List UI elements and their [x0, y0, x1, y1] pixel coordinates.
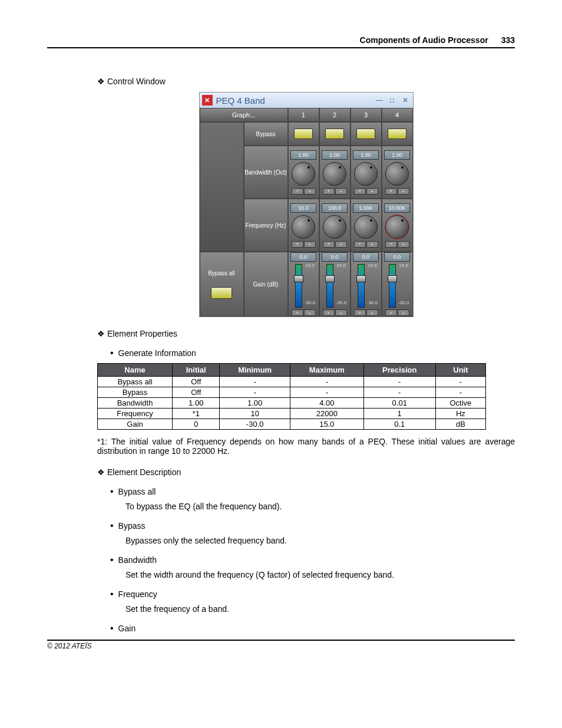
table-header: Unit [435, 364, 485, 377]
row-label-frequency: Frequency (Hz) [244, 199, 288, 252]
table-header: Maximum [290, 364, 364, 377]
table-cell: - [290, 377, 364, 387]
table-header: Initial [173, 364, 220, 377]
frequency-4[interactable]: 10.00K ▾▴ [382, 199, 413, 252]
table-cell: 0.01 [363, 398, 435, 409]
row-label-bypass: Bypass [244, 122, 288, 146]
bandwidth-3[interactable]: 1.00 ▾▴ [351, 146, 382, 199]
header-title: Components of Audio Processor [360, 35, 488, 45]
bypass-4[interactable] [382, 122, 413, 146]
table-row: Bypass allOff---- [98, 377, 486, 387]
graph-button[interactable]: Graph... [200, 108, 288, 122]
table-cell: - [220, 387, 290, 398]
table-cell: *1 [173, 409, 220, 419]
table-cell: - [220, 377, 290, 387]
table-cell: 15.0 [290, 419, 364, 430]
generate-information: Generate Information [110, 348, 515, 358]
desc-title: Gain [110, 623, 515, 634]
gain-3[interactable]: 0.0 15.0-30.0 ▾▴ [351, 252, 382, 317]
control-window: ✕ PEQ 4 Band — □ ✕ Graph... 1 2 3 4 Bypa… [199, 92, 414, 317]
table-row: Gain0-30.015.00.1dB [98, 419, 486, 430]
row-label-bandwidth: Bandwidth (Oct) [244, 146, 288, 199]
table-row: Bandwidth1.001.004.000.01Octive [98, 398, 486, 409]
minimize-icon[interactable]: — [374, 96, 385, 104]
table-cell: - [435, 377, 485, 387]
table-cell: 22000 [290, 409, 364, 419]
section-element-properties: Element Properties [97, 329, 515, 338]
desc-text: Bypasses only the selected frequency ban… [125, 536, 515, 545]
knob-icon[interactable] [354, 215, 378, 239]
table-row: BypassOff---- [98, 387, 486, 398]
bandwidth-4[interactable]: 1.00 ▾▴ [382, 146, 413, 199]
footnote-1: *1: The initial value of Frequency depen… [97, 437, 515, 456]
col-1: 1 [288, 108, 319, 122]
knob-icon[interactable] [323, 162, 346, 186]
bypass-all-cell[interactable]: Bypass all [200, 252, 244, 317]
table-cell: Gain [98, 419, 173, 430]
frequency-2[interactable]: 100.0 ▾▴ [319, 199, 351, 252]
table-cell: Bandwidth [98, 398, 173, 409]
table-cell: Off [173, 387, 220, 398]
col-3: 3 [351, 108, 382, 122]
desc-text: Set the width around the frequency (Q fa… [125, 570, 515, 579]
table-cell: 0.1 [363, 419, 435, 430]
table-cell: 10 [220, 409, 290, 419]
bypass-all-label: Bypass all [208, 270, 235, 276]
table-cell: dB [435, 419, 485, 430]
titlebar[interactable]: ✕ PEQ 4 Band — □ ✕ [200, 93, 413, 108]
table-header: Minimum [220, 364, 290, 377]
table-cell: - [363, 387, 435, 398]
table-cell: - [435, 387, 485, 398]
window-title: PEQ 4 Band [216, 95, 372, 106]
knob-icon[interactable] [385, 215, 409, 239]
table-cell: 1.00 [220, 398, 290, 409]
footer-copyright: © 2012 ATEÏS [47, 640, 515, 650]
bandwidth-1[interactable]: 1.00 ▾▴ [288, 146, 319, 199]
desc-title: Bypass all [110, 486, 515, 497]
bandwidth-2[interactable]: 1.00 ▾▴ [319, 146, 351, 199]
frequency-3[interactable]: 1.00K ▾▴ [351, 199, 382, 252]
bypass-1[interactable] [288, 122, 319, 146]
bypass-3[interactable] [351, 122, 382, 146]
desc-title: Bandwidth [110, 555, 515, 565]
table-cell: Off [173, 377, 220, 387]
maximize-icon[interactable]: □ [387, 96, 398, 104]
slider-icon[interactable] [358, 264, 365, 308]
table-cell: Octive [435, 398, 485, 409]
section-control-window: Control Window [97, 77, 515, 86]
section-element-description: Element Description [97, 467, 515, 477]
table-cell: 1.00 [173, 398, 220, 409]
app-icon: ✕ [202, 95, 213, 106]
desc-text: Set the frequency of a band. [125, 604, 515, 614]
col-4: 4 [382, 108, 413, 122]
desc-title: Frequency [110, 589, 515, 599]
gain-1[interactable]: 0.0 15.0-30.0 ▾▴ [288, 252, 319, 317]
table-cell: - [290, 387, 364, 398]
desc-text: To bypass the EQ (all the frequency band… [125, 502, 515, 511]
row-label-gain: Gain (dB) [244, 252, 288, 317]
table-cell: -30.0 [220, 419, 290, 430]
table-cell: Hz [435, 409, 485, 419]
slider-icon[interactable] [295, 264, 302, 308]
frequency-1[interactable]: 10.0 ▾▴ [288, 199, 319, 252]
page-number: 333 [501, 35, 515, 45]
knob-icon[interactable] [385, 162, 409, 186]
knob-icon[interactable] [323, 215, 346, 239]
left-blank [200, 122, 244, 252]
gain-2[interactable]: 0.0 15.0-30.0 ▾▴ [319, 252, 351, 317]
gain-4[interactable]: 0.0 15.0-30.0 ▾▴ [382, 252, 413, 317]
close-icon[interactable]: ✕ [400, 96, 411, 104]
table-cell: Bypass all [98, 377, 173, 387]
table-row: Frequency*110220001Hz [98, 409, 486, 419]
table-header: Name [98, 364, 173, 377]
knob-icon[interactable] [354, 162, 378, 186]
knob-icon[interactable] [292, 215, 315, 239]
slider-icon[interactable] [326, 264, 333, 308]
bypass-2[interactable] [319, 122, 351, 146]
bypass-all-button[interactable] [211, 287, 232, 299]
desc-title: Bypass [110, 521, 515, 531]
knob-icon[interactable] [292, 162, 315, 186]
slider-icon[interactable] [389, 264, 396, 308]
table-cell: Frequency [98, 409, 173, 419]
table-cell: 0 [173, 419, 220, 430]
